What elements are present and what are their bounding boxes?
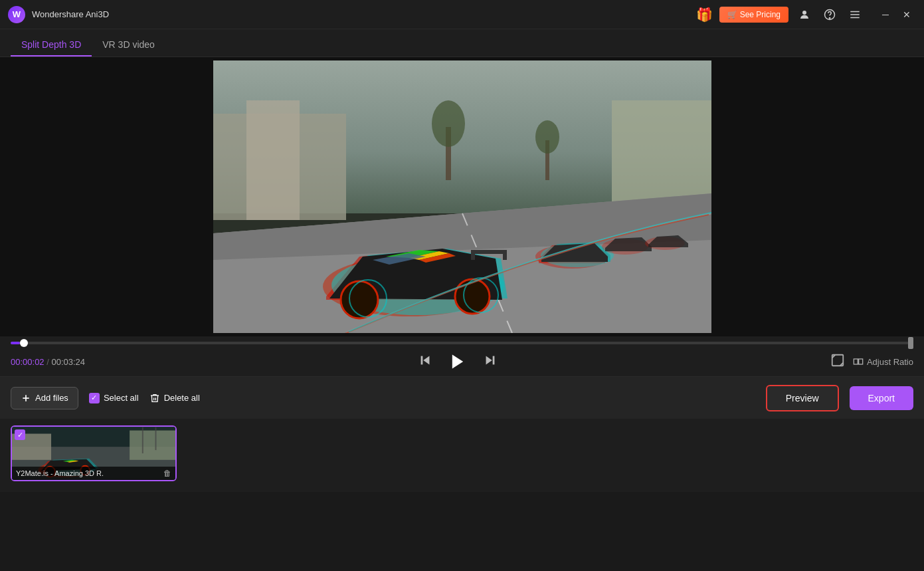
seek-bar-thumb[interactable]: [20, 339, 28, 347]
select-all-checkbox: ✓: [89, 393, 100, 403]
app-title: Wondershare Ani3D: [32, 9, 696, 19]
see-pricing-button[interactable]: 🛒 See Pricing: [719, 7, 788, 23]
playback-buttons: [418, 350, 498, 374]
svg-marker-43: [423, 356, 429, 364]
video-frame: [213, 60, 711, 333]
svg-rect-47: [493, 356, 495, 364]
svg-point-0: [802, 11, 806, 15]
svg-rect-51: [854, 359, 858, 364]
thumbnail-checkbox[interactable]: ✓: [15, 429, 25, 440]
tab-vr-3d-video[interactable]: VR 3D video: [92, 39, 165, 57]
menu-icon[interactable]: [846, 5, 864, 24]
playback-bar: 00:00:02 / 00:03:24 Adjust Ratio: [0, 336, 924, 376]
svg-rect-9: [246, 100, 300, 220]
skip-forward-button[interactable]: [483, 353, 498, 371]
adjust-ratio-label: Adjust Ratio: [867, 357, 913, 367]
svg-rect-52: [859, 359, 863, 364]
right-controls: Adjust Ratio: [830, 353, 913, 371]
svg-point-28: [455, 279, 490, 314]
thumbnails-area: ✓: [0, 419, 924, 492]
gift-icon[interactable]: 🎁: [696, 7, 713, 23]
seek-bar-progress: [11, 342, 20, 344]
close-button[interactable]: ✕: [897, 5, 916, 24]
svg-point-27: [341, 281, 378, 318]
bottom-toolbar: Add files ✓ Select all Delete all Previe…: [0, 376, 924, 419]
app-logo: W: [8, 6, 25, 23]
seek-bar-end-thumb[interactable]: [908, 337, 913, 349]
thumbnail-delete-icon[interactable]: 🗑: [163, 469, 171, 478]
svg-marker-46: [486, 356, 492, 364]
adjust-ratio-button[interactable]: Adjust Ratio: [853, 356, 913, 367]
current-time: 00:00:02: [11, 357, 45, 367]
thumbnail-label: Y2Mate.is - Amazing 3D R. 🗑: [12, 467, 175, 480]
svg-marker-45: [452, 355, 463, 369]
export-button[interactable]: Export: [850, 386, 913, 410]
add-files-button[interactable]: Add files: [11, 387, 78, 409]
tab-bar: Split Depth 3D VR 3D video: [0, 29, 924, 57]
title-bar-actions: 🎁 🛒 See Pricing ─ ✕: [696, 5, 916, 24]
total-time: 00:03:24: [51, 357, 85, 367]
user-icon[interactable]: [795, 5, 814, 24]
thumbnail-filename: Y2Mate.is - Amazing 3D R.: [16, 469, 104, 477]
title-bar: W Wondershare Ani3D 🎁 🛒 See Pricing ─ ✕: [0, 0, 924, 29]
logo-text: W: [13, 9, 21, 19]
svg-point-12: [432, 100, 465, 147]
controls-row: 00:00:02 / 00:03:24 Adjust Ratio: [11, 347, 913, 376]
video-container: [0, 57, 924, 336]
delete-all-button[interactable]: Delete all: [149, 393, 200, 403]
preview-button[interactable]: Preview: [766, 385, 839, 411]
video-scene-svg: [213, 60, 711, 333]
svg-rect-44: [421, 356, 423, 364]
video-preview: [213, 60, 711, 333]
minimize-button[interactable]: ─: [876, 5, 895, 24]
svg-rect-60: [130, 431, 175, 460]
svg-rect-31: [472, 250, 506, 254]
svg-rect-33: [503, 250, 507, 260]
window-controls: ─ ✕: [876, 5, 916, 24]
seek-bar-container[interactable]: [11, 336, 913, 347]
select-all-button[interactable]: ✓ Select all: [89, 393, 139, 403]
svg-rect-32: [471, 250, 475, 260]
skip-back-button[interactable]: [418, 353, 432, 371]
seek-bar-track[interactable]: [11, 342, 913, 344]
tab-split-depth-3d[interactable]: Split Depth 3D: [11, 39, 92, 57]
aspect-ratio-icon[interactable]: [830, 353, 845, 371]
svg-point-2: [829, 17, 830, 19]
support-icon[interactable]: [820, 5, 839, 24]
thumbnail-item[interactable]: ✓: [11, 425, 177, 481]
play-button[interactable]: [446, 350, 470, 374]
svg-point-14: [535, 120, 559, 154]
time-display: 00:00:02 / 00:03:24: [11, 357, 85, 367]
